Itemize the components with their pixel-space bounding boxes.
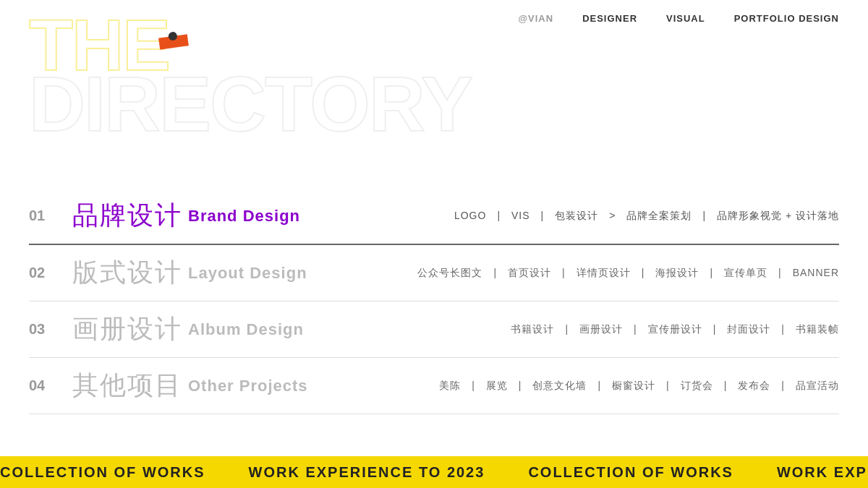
nav-item-at-vian[interactable]: @VIAN (518, 13, 553, 24)
entry-num-01: 01 (29, 207, 72, 224)
entry-tags-04: 美陈 | 展览 | 创意文化墙 | 橱窗设计 | 订货会 | 发布会 | 品宣活… (347, 380, 839, 393)
ticker-inner: COLLECTION OF WORKSWORK EXPERIENCE TO 20… (0, 464, 868, 481)
entries-list: 01品牌设计Brand DesignLOGO | VIS | 包装设计 > 品牌… (29, 188, 839, 414)
title-directory-ghost: DIRECTORY (29, 69, 472, 139)
ticker-bar: COLLECTION OF WORKSWORK EXPERIENCE TO 20… (0, 456, 868, 488)
ticker-text: COLLECTION OF WORKS (0, 464, 205, 481)
nav-item-visual[interactable]: VISUAL (666, 13, 705, 24)
entry-tags-01: LOGO | VIS | 包装设计 > 品牌全案策划 | 品牌形象视觉 + 设计… (347, 210, 839, 223)
nav-item-portfolio-design[interactable]: PORTFOLIO DESIGN (734, 13, 839, 24)
entry-cn-03: 画册设计 (72, 312, 188, 347)
entry-en-02: Layout Design (188, 264, 347, 283)
entry-tags-03: 书籍设计 | 画册设计 | 宣传册设计 | 封面设计 | 书籍装帧 (347, 323, 839, 336)
entry-en-01: Brand Design (188, 207, 347, 226)
ticker-text: COLLECTION OF WORKS (528, 464, 733, 481)
entry-row-03: 03画册设计Album Design书籍设计 | 画册设计 | 宣传册设计 | … (29, 301, 839, 358)
ticker-text: WORK EXPERIENCE TO 2023 (777, 464, 868, 481)
entry-cn-02: 版式设计 (72, 255, 188, 291)
entry-en-03: Album Design (188, 320, 347, 339)
entry-num-04: 04 (29, 377, 72, 394)
entry-en-04: Other Projects (188, 377, 347, 395)
entry-tags-02: 公众号长图文 | 首页设计 | 详情页设计 | 海报设计 | 宣传单页 | BA… (347, 267, 839, 280)
entry-cn-04: 其他项目 (72, 368, 188, 403)
entry-row-02: 02版式设计Layout Design公众号长图文 | 首页设计 | 详情页设计… (29, 245, 839, 301)
entry-row-01: 01品牌设计Brand DesignLOGO | VIS | 包装设计 > 品牌… (29, 188, 839, 245)
entry-num-03: 03 (29, 321, 72, 338)
entry-row-04: 04其他项目Other Projects美陈 | 展览 | 创意文化墙 | 橱窗… (29, 358, 839, 414)
ticker-text: WORK EXPERIENCE TO 2023 (249, 464, 485, 481)
entry-num-02: 02 (29, 265, 72, 281)
entry-cn-01: 品牌设计 (72, 198, 188, 234)
nav-item-designer[interactable]: DESIGNER (582, 13, 637, 24)
